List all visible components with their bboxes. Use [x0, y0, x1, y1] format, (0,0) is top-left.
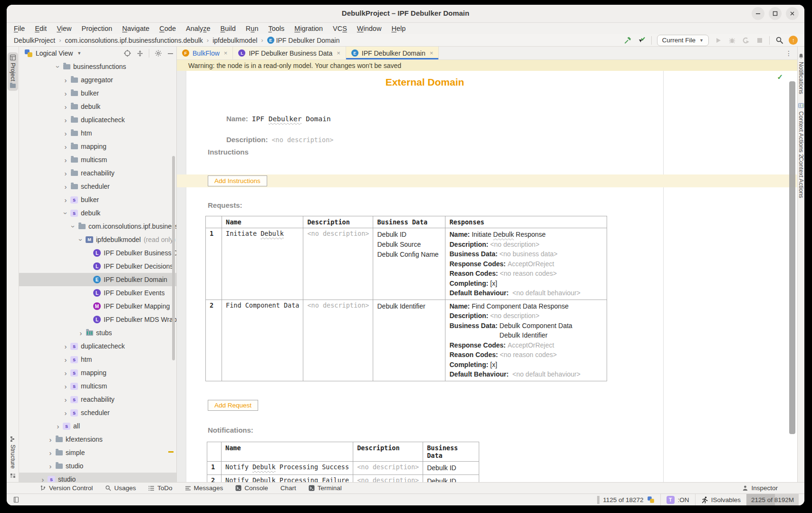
tree-item-duplicatecheck[interactable]: ›duplicatecheck	[19, 113, 176, 126]
breadcrumb-item-debulkproject[interactable]: DebulkProject	[14, 37, 55, 44]
name-field[interactable]: Name:IPF Debulker Domain	[208, 107, 331, 130]
menu-item-edit[interactable]: Edit	[35, 25, 47, 32]
menu-item-navigate[interactable]: Navigate	[122, 25, 149, 32]
tree-scrollbar[interactable]	[172, 156, 175, 360]
run-config-selector[interactable]: Current File▼	[657, 35, 709, 46]
layout-icon[interactable]	[13, 496, 20, 503]
tree-item-multicsm[interactable]: ›smulticsm	[19, 379, 176, 393]
tab-close-icon[interactable]: ×	[337, 49, 340, 57]
menu-item-help[interactable]: Help	[391, 25, 406, 32]
tree-item-multicsm[interactable]: ›multicsm	[19, 153, 176, 166]
tool-strip-button-context-actions-2[interactable]: Context Actions 2	[798, 103, 804, 157]
menu-item-code[interactable]: Code	[159, 25, 176, 32]
tree-item-duplicatecheck[interactable]: ›sduplicatecheck	[19, 339, 176, 353]
tree-item-studio[interactable]: ›studio	[19, 459, 176, 473]
breadcrumb-item-ipf-debulker-domain[interactable]: EIPF Debulker Domain	[267, 37, 340, 44]
build-hammer-icon[interactable]	[624, 36, 632, 45]
tree-item-simple[interactable]: ›simple	[19, 446, 176, 459]
menu-item-view[interactable]: View	[57, 25, 71, 32]
tab-ipf-debulker-domain[interactable]: EIPF Debulker Domain×	[346, 47, 439, 59]
notification-description-cell[interactable]: <no description>	[353, 462, 423, 475]
request-name-cell[interactable]: Initiate Debulk	[222, 228, 303, 300]
tree-item-scheduler[interactable]: ›sscheduler	[19, 406, 176, 419]
tree-item-ipfdebulkmodel[interactable]: ›Mipfdebulkmodel(read only)	[19, 233, 176, 246]
locate-file-icon[interactable]	[124, 49, 131, 57]
tree-item-studio[interactable]: ›sstudio	[19, 473, 176, 482]
tree-item-all[interactable]: ›sall	[19, 419, 176, 433]
tree-item-stubs[interactable]: ›stubs	[19, 326, 176, 339]
request-business-data-cell[interactable]: Debulk IDDebulk SourceDebulk Config Name	[373, 228, 445, 300]
menu-item-run[interactable]: Run	[246, 25, 259, 32]
tree-item-bulker[interactable]: ›sbulker	[19, 193, 176, 206]
maximize-button[interactable]	[769, 7, 782, 20]
windows-layout-icon[interactable]	[10, 473, 16, 478]
request-name-cell[interactable]: Find Component Data	[222, 300, 303, 381]
stop-button[interactable]	[755, 36, 764, 45]
tree-item-htm[interactable]: ›shtm	[19, 353, 176, 366]
menu-item-file[interactable]: File	[14, 25, 25, 32]
tool-strip-button-notifications[interactable]: Notifications	[798, 53, 804, 94]
search-everywhere-icon[interactable]	[775, 36, 783, 45]
menu-item-tools[interactable]: Tools	[268, 25, 284, 32]
tool-button-console[interactable]: Console	[235, 484, 268, 492]
tree-item-debulk[interactable]: ›sdebulk	[19, 206, 176, 220]
tab-bulkflow[interactable]: FBulkFlow×	[177, 47, 233, 59]
debug-button[interactable]	[728, 36, 736, 45]
table-row[interactable]: 1Notify Debulk Processing Success<no des…	[207, 462, 479, 475]
tab-options-icon[interactable]: ⋮	[785, 49, 797, 57]
menu-item-projection[interactable]: Projection	[82, 25, 112, 32]
minimize-button[interactable]	[752, 7, 764, 20]
t-mode-widget[interactable]: T :ON	[661, 494, 695, 505]
tree-item-htm[interactable]: ›htm	[19, 126, 176, 140]
memory-indicator[interactable]: 2125 of 8192M	[746, 494, 799, 505]
request-responses-cell[interactable]: Name: Initiate Debulk ResponseDescriptio…	[445, 228, 607, 300]
tree-item-ipf-debulker-business-data[interactable]: LIPF Debulker Business Data	[19, 246, 176, 260]
tab-close-icon[interactable]: ×	[224, 49, 228, 57]
request-description-cell[interactable]: <no description>	[303, 300, 373, 381]
tree-item-aggregator[interactable]: ›aggregator	[19, 73, 176, 87]
menu-item-analyze[interactable]: Analyze	[186, 25, 211, 32]
notification-name-cell[interactable]: Notify Debulk Processing Failure	[222, 475, 353, 483]
tree-item-bulker[interactable]: ›bulker	[19, 87, 176, 100]
notification-description-cell[interactable]: <no description>	[353, 475, 423, 483]
table-row[interactable]: 1Initiate Debulk<no description>Debulk I…	[206, 228, 607, 300]
project-tool-button[interactable]: Project	[8, 52, 18, 91]
breadcrumb-item-com-iconsolutions-ipf-businessfunctions-debulk[interactable]: com.iconsolutions.ipf.businessfunctions.…	[65, 37, 203, 44]
tool-button-inspector[interactable]: Inspector	[742, 484, 804, 492]
tree-item-com-iconsolutions-ipf-businessfunctions-debulk[interactable]: ›com.iconsolutions.ipf.businessfunctions…	[19, 220, 176, 233]
collapse-all-icon[interactable]	[136, 50, 144, 57]
update-available-icon[interactable]: ↑	[789, 36, 798, 45]
tree-item-kfextensions[interactable]: ›kfextensions	[19, 433, 176, 446]
solvables-widget[interactable]: ISolvables	[696, 494, 746, 505]
tree-item-ipf-debulker-decisions[interactable]: LIPF Debulker Decisions	[19, 260, 176, 273]
tree-item-reachability[interactable]: ›reachability	[19, 166, 176, 180]
close-button[interactable]	[786, 7, 799, 20]
menu-item-build[interactable]: Build	[221, 25, 236, 32]
tab-ipf-debulker-business-data[interactable]: LIPF Debulker Business Data×	[233, 47, 346, 59]
gear-icon[interactable]	[155, 49, 162, 57]
hide-panel-icon[interactable]	[167, 50, 174, 57]
menu-item-window[interactable]: Window	[357, 25, 382, 32]
add-request-button[interactable]: Add Request	[208, 400, 258, 411]
menu-item-vcs[interactable]: VCS	[333, 25, 347, 32]
table-row[interactable]: 2Notify Debulk Processing Failure<no des…	[207, 475, 479, 483]
request-business-data-cell[interactable]: Debulk Identifier	[373, 300, 445, 381]
request-responses-cell[interactable]: Name: Find Component Data ResponseDescri…	[445, 300, 607, 381]
tree-item-ipf-debulker-domain[interactable]: EIPF Debulker Domain	[19, 273, 176, 286]
tool-button-messages[interactable]: Messages	[185, 484, 223, 492]
notification-business-data-cell[interactable]: Debulk ID	[423, 462, 479, 475]
caret-position-widget[interactable]: 1125 of 18272	[591, 494, 660, 505]
tree-item-ipf-debulker-events[interactable]: LIPF Debulker Events	[19, 286, 176, 300]
tree-item-debulk[interactable]: ›debulk	[19, 100, 176, 113]
tree-item-ipf-debulker-mapping[interactable]: MIPF Debulker Mapping	[19, 300, 176, 313]
tool-button-todo[interactable]: ToDo	[148, 484, 173, 492]
tree-item-mapping[interactable]: ›smapping	[19, 366, 176, 379]
view-selector-label[interactable]: Logical View	[36, 49, 73, 57]
add-instructions-button[interactable]: Add Instructions	[208, 175, 267, 186]
tool-strip-button-context-actions[interactable]: Context Actions	[798, 157, 804, 198]
run-button[interactable]	[714, 36, 723, 45]
tool-button-chart[interactable]: Chart	[280, 484, 296, 492]
notification-business-data-cell[interactable]: Debulk ID	[423, 475, 479, 483]
tool-button-version-control[interactable]: Version Control	[40, 484, 93, 492]
description-value[interactable]: <no description>	[271, 136, 333, 144]
